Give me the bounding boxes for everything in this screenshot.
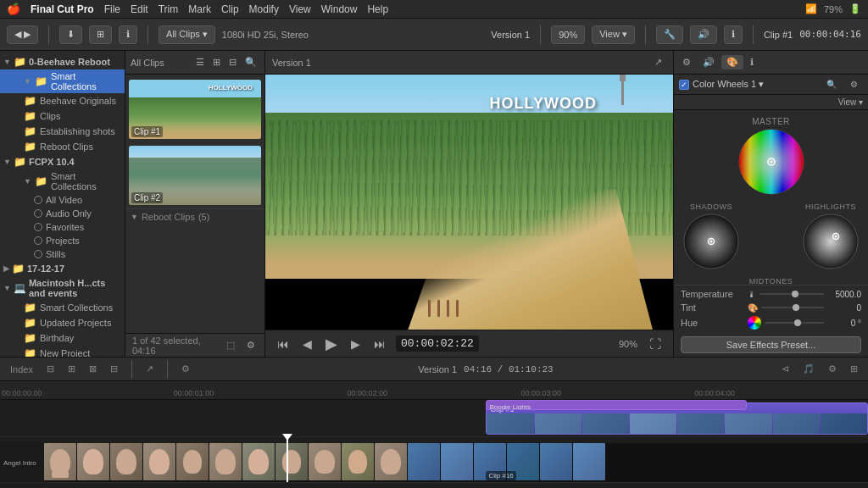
- viewer-zoom-btn[interactable]: 90%: [615, 337, 641, 351]
- menu-window[interactable]: Window: [321, 3, 358, 15]
- chevron-beehave: ▼: [3, 58, 11, 66]
- zoom-btn[interactable]: 90%: [551, 25, 585, 44]
- skip-forward-btn[interactable]: ⏭: [370, 336, 389, 352]
- sidebar-section-date[interactable]: ▶ 📁 17-12-17: [0, 261, 125, 276]
- all-clips-btn[interactable]: All Clips ▾: [159, 25, 215, 44]
- sidebar-section-beehave[interactable]: ▼ 📁 0-Beehave Reboot: [0, 54, 125, 69]
- sidebar-item-smart-collections-1[interactable]: ▼ 📁 Smart Collections: [0, 69, 125, 93]
- clip-thumbnail-2[interactable]: Clip #2: [129, 146, 261, 205]
- menu-mark[interactable]: Mark: [188, 3, 211, 15]
- folder-np-icon: 📁: [24, 347, 36, 357]
- timeline-fit[interactable]: ⊠: [86, 362, 100, 376]
- menu-view[interactable]: View: [289, 3, 311, 15]
- midtones-label: MIDTONES: [749, 277, 793, 285]
- clip-thumbnail-1[interactable]: HOLLYWOOD Clip #1: [129, 80, 261, 139]
- timeline-index-btn[interactable]: Index: [7, 363, 36, 376]
- browser-list-btn[interactable]: ☰: [193, 55, 207, 69]
- sidebar-item-all-video[interactable]: All Video: [0, 193, 125, 207]
- color-panel-settings[interactable]: ⚙: [845, 78, 863, 91]
- temperature-row: Temperature 🌡 5000.0: [681, 289, 861, 299]
- timeline-snap-btn[interactable]: ⊲: [778, 362, 793, 376]
- enhance-tab[interactable]: ⚙: [677, 55, 696, 69]
- share-tab[interactable]: ℹ: [745, 55, 759, 69]
- sidebar-item-favorites[interactable]: Favorites: [0, 220, 125, 234]
- skip-back-btn[interactable]: ⏮: [274, 336, 292, 352]
- temperature-slider[interactable]: [760, 293, 824, 295]
- audio-btn[interactable]: 🔊: [690, 25, 717, 44]
- viewer-fullscreen-btn[interactable]: ⛶: [646, 336, 665, 352]
- hue-slider[interactable]: [765, 322, 824, 324]
- color-enable-checkbox[interactable]: ✓: [679, 80, 689, 90]
- sidebar-item-reboot-clips[interactable]: 📁 Reboot Clips: [0, 139, 125, 154]
- sidebar-item-updated-projects[interactable]: 📁 Updated Projects: [0, 315, 125, 330]
- library-btn[interactable]: ⊞: [89, 25, 112, 44]
- sidebar-item-new-project[interactable]: 📁 New Project: [0, 346, 125, 357]
- timecode-right: 00:00:04:16: [799, 29, 861, 40]
- browser-options-btn[interactable]: ⚙: [244, 338, 258, 352]
- playhead[interactable]: [287, 437, 288, 482]
- timeline-clip-boogie[interactable]: Boogie Lights: [486, 400, 746, 410]
- tick-4: 00:00:04:00: [694, 389, 735, 397]
- sidebar-item-beehave-originals[interactable]: 📁 Beehave Originals: [0, 93, 125, 108]
- folder-mac-icon: 💻: [14, 282, 26, 294]
- color-panel-search[interactable]: 🔍: [821, 78, 842, 91]
- menu-trim[interactable]: Trim: [159, 3, 179, 15]
- next-frame-btn[interactable]: ▶: [348, 336, 364, 352]
- shadows-wheel-col: SHADOWS: [682, 202, 740, 272]
- play-pause-btn[interactable]: ▶: [322, 333, 341, 355]
- sidebar-section-fcpx[interactable]: ▼ 📁 FCPX 10.4: [0, 154, 125, 169]
- save-preset-button[interactable]: Save Effects Preset...: [681, 336, 861, 353]
- temperature-thumb[interactable]: [792, 291, 798, 297]
- menu-clip[interactable]: Clip: [221, 3, 239, 15]
- hue-label: Hue: [681, 318, 744, 328]
- browser-send-btn[interactable]: ⬚: [224, 338, 237, 352]
- highlights-color-wheel[interactable]: [802, 213, 860, 270]
- timeline-zoom-out[interactable]: ⊟: [43, 362, 58, 376]
- menu-help[interactable]: Help: [367, 3, 388, 15]
- timeline-arrow-btn[interactable]: ↗: [142, 362, 157, 376]
- sidebar-item-smart-collections-3[interactable]: 📁 Smart Collections: [0, 300, 125, 315]
- browser-filter-btn[interactable]: ⊟: [226, 55, 239, 69]
- sidebar-item-stills[interactable]: Stills: [0, 247, 125, 261]
- shadows-color-wheel[interactable]: [682, 213, 740, 270]
- enhance-btn[interactable]: 🔧: [656, 25, 683, 44]
- menu-modify[interactable]: Modify: [249, 3, 279, 15]
- browser-grid-btn[interactable]: ⊞: [210, 55, 223, 69]
- sidebar-item-smart-collections-2[interactable]: ▼ 📁 Smart Collections: [0, 169, 125, 193]
- browser-search-btn[interactable]: 🔍: [242, 55, 259, 69]
- sidebar-item-projects[interactable]: Projects: [0, 234, 125, 247]
- hue-thumb[interactable]: [794, 319, 801, 326]
- timeline-grid[interactable]: ⊟: [107, 362, 121, 376]
- angel-intro-label: Angel Intro: [3, 459, 36, 467]
- audio-tab[interactable]: 🔊: [698, 55, 720, 69]
- sidebar-item-audio-only[interactable]: Audio Only: [0, 207, 125, 220]
- view-btn[interactable]: View ▾: [592, 25, 635, 44]
- timeline-zoom-in[interactable]: ⊞: [64, 362, 79, 376]
- sidebar-item-birthday[interactable]: 📁 Birthday: [0, 330, 125, 346]
- tint-slider[interactable]: [761, 307, 824, 308]
- svg-point-15: [804, 214, 858, 269]
- inspector-btn[interactable]: ℹ: [119, 25, 137, 44]
- timeline-audio-btn[interactable]: 🎵: [799, 362, 818, 376]
- prev-frame-btn[interactable]: ◀: [299, 336, 315, 352]
- master-color-wheel[interactable]: [737, 128, 805, 196]
- timeline-blade-btn[interactable]: ⚙: [178, 362, 193, 376]
- rc-label: Reboot Clips: [40, 141, 93, 152]
- info-btn[interactable]: ℹ: [724, 25, 743, 44]
- sidebar-item-establishing[interactable]: 📁 Establishing shots: [0, 124, 125, 139]
- sidebar-item-clips[interactable]: 📁 Clips: [0, 108, 125, 124]
- browser-content: HOLLYWOOD Clip #1 Clip #2 ▼ Reboot Clips…: [125, 75, 264, 333]
- back-forward-btn[interactable]: ◀ ▶: [7, 25, 38, 44]
- color-panel-title: Color Wheels 1 ▾: [693, 79, 818, 90]
- color-tab[interactable]: 🎨: [721, 55, 743, 69]
- viewer-share-btn[interactable]: ↗: [650, 55, 666, 69]
- timeline-settings-btn[interactable]: ⚙: [825, 362, 840, 376]
- tick-3: 00:00:03:00: [520, 389, 561, 397]
- apple-menu-icon[interactable]: 🍎: [7, 3, 20, 15]
- menu-edit[interactable]: Edit: [131, 3, 148, 15]
- timeline-append-btn[interactable]: ⊞: [847, 362, 861, 376]
- menu-file[interactable]: File: [104, 3, 120, 15]
- import-btn[interactable]: ⬇: [59, 25, 82, 44]
- sidebar-section-mac[interactable]: ▼ 💻 Macintosh H...cts and events: [0, 276, 125, 300]
- tint-thumb[interactable]: [793, 304, 799, 311]
